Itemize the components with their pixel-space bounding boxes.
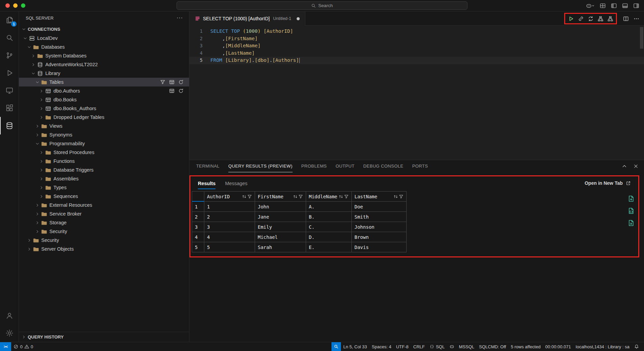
more-actions-icon[interactable]: ··· (177, 15, 183, 21)
search-input[interactable]: Search (177, 1, 467, 10)
sort-icon[interactable] (242, 194, 247, 199)
cell-firstname[interactable]: Michael (255, 232, 306, 242)
sort-icon[interactable] (393, 194, 398, 199)
status-encoding[interactable]: UTF-8 (394, 342, 411, 351)
row-number-cell[interactable]: 3 (192, 222, 204, 232)
activity-item-remote-explorer[interactable] (0, 82, 19, 99)
more-actions-button[interactable] (632, 15, 641, 23)
tree-item-dbo-books[interactable]: dbo.Books (19, 95, 189, 104)
editor-tab[interactable]: SELECT TOP (1000) [AuthorID] Untitled-1 (189, 11, 305, 26)
status-notifications[interactable] (632, 342, 641, 351)
row-number-cell[interactable]: 2 (192, 212, 204, 222)
split-editor-button[interactable] (621, 15, 630, 23)
table-icon[interactable] (169, 79, 175, 85)
close-window-button[interactable] (5, 3, 10, 8)
code-line-2[interactable]: 2 ,[FirstName] (189, 35, 644, 43)
row-number-cell[interactable]: 4 (192, 232, 204, 242)
status-mssql[interactable]: MSSQL (457, 342, 477, 351)
code-line-5[interactable]: 5FROM [Library].[dbo].[Authors] (189, 57, 644, 64)
save-json-button[interactable] (628, 207, 635, 214)
tree-item-dropped-ledger-tables[interactable]: Dropped Ledger Tables (19, 113, 189, 122)
status-query-time[interactable]: 00:00:00.071 (543, 342, 573, 351)
layout-panel-button[interactable] (622, 3, 628, 9)
row-number-cell[interactable]: 5 (192, 242, 204, 252)
refresh-icon[interactable] (178, 88, 184, 94)
column-header-firstname[interactable]: FirstName (255, 192, 306, 202)
panel-tab-debug-console[interactable]: DEBUG CONSOLE (363, 160, 404, 172)
refresh-icon[interactable] (178, 79, 184, 85)
activity-item-source-control[interactable] (0, 47, 19, 64)
activity-item-run-debug[interactable] (0, 64, 19, 82)
layout-sidebar-right-button[interactable] (633, 3, 639, 9)
column-header-lastname[interactable]: LastName (352, 192, 407, 202)
tree-item-library[interactable]: Library (19, 69, 189, 78)
code-editor[interactable]: 1SELECT TOP (1000) [AuthorID]2 ,[FirstNa… (189, 26, 644, 160)
tree-item-service-broker[interactable]: Service Broker (19, 209, 189, 218)
tree-item-databases[interactable]: Databases (19, 43, 189, 51)
save-excel-button[interactable] (628, 220, 635, 226)
cell-middlename[interactable]: D. (306, 232, 352, 242)
table-icon[interactable] (169, 88, 175, 94)
filter-icon[interactable] (344, 194, 349, 199)
tree-item-storage[interactable]: Storage (19, 218, 189, 227)
query-history-section[interactable]: QUERY HISTORY (19, 332, 189, 342)
status-zoom-indicator[interactable] (331, 342, 341, 351)
panel-tab-ports[interactable]: PORTS (412, 160, 428, 172)
activity-item-account[interactable] (0, 307, 19, 324)
activity-item-search[interactable] (0, 29, 19, 47)
filter-icon[interactable] (399, 194, 404, 199)
select-all-corner-cell[interactable] (192, 192, 204, 202)
panel-tab-output[interactable]: OUTPUT (336, 160, 354, 172)
cell-lastname[interactable]: Brown (352, 232, 407, 242)
cell-authorid[interactable]: 5 (204, 242, 255, 252)
close-panel-icon[interactable] (633, 164, 639, 169)
cell-authorid[interactable]: 1 (204, 202, 255, 212)
cell-firstname[interactable]: Jane (255, 212, 306, 222)
cell-authorid[interactable]: 4 (204, 232, 255, 242)
cell-middlename[interactable]: A. (306, 202, 352, 212)
tree-item-database-triggers[interactable]: Database Triggers (19, 166, 189, 174)
messages-tab[interactable]: Messages (225, 181, 247, 189)
tree-item-types[interactable]: Types (19, 183, 189, 192)
copilot-menu-button[interactable] (586, 3, 595, 9)
code-line-4[interactable]: 4 ,[LastName] (189, 50, 644, 57)
status-sqlcmd[interactable]: SQLCMD: Off (477, 342, 508, 351)
cell-middlename[interactable]: C. (306, 222, 352, 232)
cell-middlename[interactable]: E. (306, 242, 352, 252)
actual-plan-button[interactable] (606, 15, 615, 23)
tree-item-synonyms[interactable]: Synonyms (19, 130, 189, 139)
filter-icon[interactable] (160, 79, 165, 85)
cell-middlename[interactable]: B. (306, 212, 352, 222)
connect-button[interactable] (576, 15, 585, 23)
cell-firstname[interactable]: John (255, 202, 306, 212)
estimated-plan-button[interactable] (596, 15, 605, 23)
column-header-middlename[interactable]: MiddleName (306, 192, 352, 202)
sort-icon[interactable] (339, 194, 343, 199)
cell-firstname[interactable]: Sarah (255, 242, 306, 252)
row-number-cell[interactable]: 1 (192, 202, 204, 212)
tree-item-programmability[interactable]: Programmability (19, 139, 189, 148)
tree-item-stored-procedures[interactable]: Stored Procedures (19, 148, 189, 157)
change-connection-button[interactable] (586, 15, 595, 23)
run-button[interactable] (567, 15, 575, 23)
status-rows-affected[interactable]: 5 rows affected (508, 342, 543, 351)
code-line-1[interactable]: 1SELECT TOP (1000) [AuthorID] (189, 28, 644, 35)
tree-item-localdev[interactable]: LocalDev (19, 34, 189, 43)
filter-icon[interactable] (247, 194, 252, 199)
status-cursor-position[interactable]: Ln 5, Col 33 (341, 342, 369, 351)
sort-icon[interactable] (293, 194, 298, 199)
tree-item-views[interactable]: Views (19, 122, 189, 130)
filter-icon[interactable] (298, 194, 303, 199)
activity-item-sql-server[interactable] (0, 117, 19, 134)
open-in-new-tab-button[interactable]: Open in New Tab (584, 180, 631, 186)
tree-item-assemblies[interactable]: Assemblies (19, 174, 189, 183)
editor-scrollbar[interactable] (640, 27, 643, 49)
maximize-window-button[interactable] (21, 3, 25, 8)
tree-item-dbo-authors[interactable]: dbo.Authors (19, 86, 189, 95)
status-connection[interactable]: localhost,1434 : Library : sa (573, 342, 632, 351)
cell-authorid[interactable]: 2 (204, 212, 255, 222)
panel-tab-query-results-preview[interactable]: QUERY RESULTS (PREVIEW) (228, 160, 293, 172)
column-header-authorid[interactable]: AuthorID (204, 192, 255, 202)
remote-indicator[interactable]: >< (0, 342, 11, 351)
status-language-mode[interactable]: SQL (427, 342, 447, 351)
